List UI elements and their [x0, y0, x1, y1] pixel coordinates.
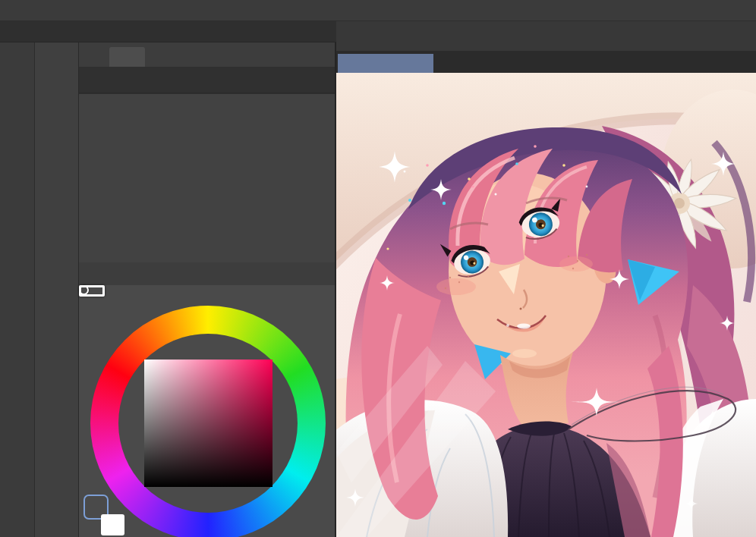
sub-tool-panel-tab[interactable]	[109, 47, 145, 67]
panel-menu-icon[interactable]	[85, 268, 98, 281]
saturation-value-square[interactable]	[144, 360, 272, 487]
document-tab-bar	[336, 52, 756, 73]
color-wheel-area	[79, 285, 336, 537]
hue-cursor[interactable]	[79, 285, 105, 297]
brush-list-actions	[79, 93, 335, 123]
color-panel	[79, 262, 336, 537]
sub-tool-panel	[79, 42, 336, 262]
tool-palette	[0, 42, 35, 537]
clip-studio-paint-window	[0, 0, 756, 537]
palette-dock	[35, 42, 79, 537]
color-mixer-toggle-icon[interactable]	[312, 515, 330, 533]
brush-icon	[117, 50, 130, 63]
brush-group-tabs	[79, 67, 335, 93]
palette-collapse-strip	[0, 21, 336, 42]
color-panel-tabs	[79, 262, 335, 285]
command-toolbar	[336, 21, 756, 52]
menu-bar	[0, 0, 756, 21]
document-tab[interactable]	[338, 54, 433, 73]
canvas-viewport[interactable]	[336, 73, 756, 537]
sub-tool-panel-header	[79, 42, 335, 67]
panel-menu-icon[interactable]	[85, 48, 99, 61]
sub-color-swatch[interactable]	[101, 514, 124, 535]
artwork-illustration	[336, 73, 756, 537]
